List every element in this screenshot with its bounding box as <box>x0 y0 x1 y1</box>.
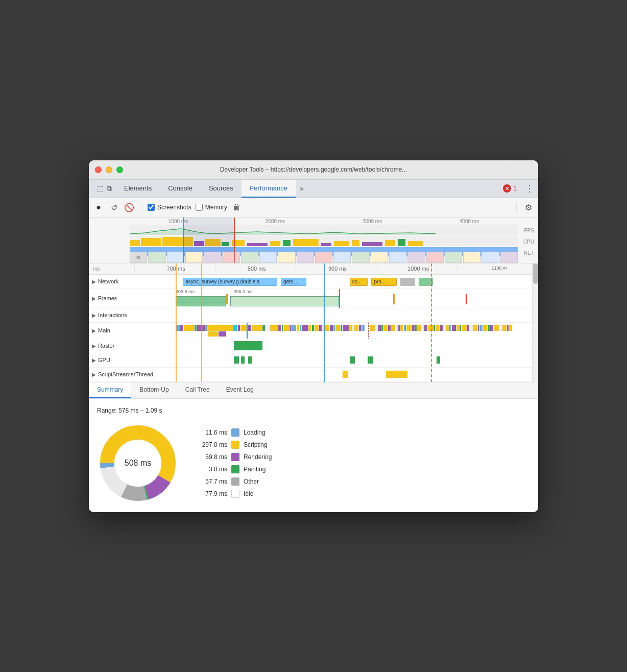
svg-rect-46 <box>312 325 314 331</box>
overview-timeline: 1000 ms 2000 ms 3000 ms 4000 ms <box>89 218 538 263</box>
svg-rect-79 <box>428 325 433 331</box>
svg-rect-91 <box>470 325 473 331</box>
traffic-lights <box>95 166 123 173</box>
tab-event-log[interactable]: Event Log <box>218 382 262 398</box>
cursor-icon[interactable]: ⬚ <box>97 184 104 193</box>
memory-checkbox[interactable] <box>196 204 203 211</box>
network-row-label[interactable]: ▶ Network <box>89 278 176 284</box>
svg-rect-100 <box>502 325 507 331</box>
svg-rect-65 <box>381 325 383 331</box>
tab-summary[interactable]: Summary <box>89 382 131 398</box>
delete-button[interactable]: 🗑 <box>231 202 243 213</box>
svg-rect-85 <box>449 325 451 331</box>
svg-rect-66 <box>383 325 388 331</box>
svg-rect-45 <box>308 325 311 331</box>
clear-button[interactable]: 🚫 <box>124 202 135 213</box>
rendering-value: 59.8 ms <box>199 453 227 461</box>
tab-elements[interactable]: Elements <box>116 180 160 198</box>
inspect-icon[interactable]: ⧉ <box>107 184 112 193</box>
record-button[interactable]: ● <box>93 202 104 213</box>
tab-error-badge[interactable]: ✕ 1 <box>499 180 521 198</box>
svg-rect-55 <box>343 325 349 331</box>
svg-rect-95 <box>483 325 487 331</box>
scripting-label: Scripting <box>244 441 268 448</box>
svg-rect-19 <box>176 325 180 331</box>
tab-call-tree[interactable]: Call Tree <box>177 382 218 398</box>
svg-marker-0 <box>130 230 436 235</box>
screenshots-checkbox-label[interactable]: Screenshots <box>148 204 191 211</box>
net-label: NET <box>524 250 534 256</box>
reload-button[interactable]: ↺ <box>108 202 119 213</box>
svg-rect-57 <box>352 325 354 331</box>
gpu-bar-3 <box>248 356 252 364</box>
tick-900: 900 ms <box>296 266 376 272</box>
svg-rect-21 <box>184 325 194 331</box>
flame-time-axis: ms 700 ms 800 ms 900 ms 1000 ms 1100 m <box>89 263 538 275</box>
svg-rect-47 <box>315 325 319 331</box>
time-label-4000: 4000 ms <box>421 219 518 224</box>
svg-rect-73 <box>406 325 412 331</box>
svg-rect-78 <box>424 325 427 331</box>
script-streamer-text: ScriptStreamerThread <box>98 371 153 377</box>
frames-row-label[interactable]: ▶ Frames <box>89 295 176 301</box>
close-button[interactable] <box>95 166 102 173</box>
svg-rect-27 <box>219 331 226 337</box>
fps-label: FPS <box>524 228 534 233</box>
gpu-bar-1 <box>234 356 239 364</box>
svg-rect-48 <box>319 325 322 331</box>
svg-rect-11 <box>293 239 319 246</box>
svg-rect-83 <box>443 325 445 331</box>
legend-other: 57.7 ms Other <box>199 477 272 486</box>
tab-more[interactable]: » <box>296 180 308 198</box>
raster-row: ▶ Raster <box>89 339 538 353</box>
idle-swatch <box>231 490 239 498</box>
svg-rect-82 <box>440 325 443 331</box>
main-arrow: ▶ <box>92 328 96 333</box>
frame-bar-1 <box>176 296 226 306</box>
interactions-row: ▶ Interactions <box>89 308 538 323</box>
svg-rect-88 <box>460 325 461 331</box>
svg-rect-34 <box>262 325 265 331</box>
tab-console[interactable]: Console <box>160 180 201 198</box>
scroll-bar[interactable] <box>532 263 538 382</box>
svg-rect-51 <box>330 325 333 331</box>
gpu-bar-2 <box>241 356 245 364</box>
interactions-arrow: ▶ <box>92 313 96 318</box>
bottom-panel: Summary Bottom-Up Call Tree Event Log Ra… <box>89 382 538 512</box>
svg-rect-18 <box>408 241 423 246</box>
svg-rect-60 <box>361 325 365 331</box>
main-row-label[interactable]: ▶ Main <box>89 327 176 333</box>
other-label: Other <box>244 478 259 485</box>
minimize-button[interactable] <box>106 166 112 173</box>
svg-rect-37 <box>278 325 281 331</box>
raster-row-label[interactable]: ▶ Raster <box>89 343 176 349</box>
window-title: Developer Tools – https://developers.goo… <box>220 166 407 173</box>
frames-row: ▶ Frames 603.6 ms 206.0 ms <box>89 289 538 308</box>
gpu-row-content <box>176 353 538 367</box>
scroll-thumb[interactable] <box>533 263 538 284</box>
tab-sources[interactable]: Sources <box>201 180 242 198</box>
raster-label: Raster <box>98 343 114 349</box>
script-streamer-label[interactable]: ▶ ScriptStreamerThread <box>89 371 176 377</box>
gpu-bar-6 <box>437 356 440 364</box>
maximize-button[interactable] <box>116 166 123 173</box>
gpu-arrow: ▶ <box>92 357 96 363</box>
interactions-row-label[interactable]: ▶ Interactions <box>89 312 176 318</box>
settings-button[interactable]: ⚙ <box>523 202 534 213</box>
memory-checkbox-label[interactable]: Memory <box>196 204 227 211</box>
tab-menu-button[interactable]: ⋮ <box>521 180 538 198</box>
tab-performance[interactable]: Performance <box>242 180 296 198</box>
frames-arrow: ▶ <box>92 296 96 301</box>
legend-loading: 11.6 ms Loading <box>199 428 272 437</box>
screenshots-checkbox[interactable] <box>148 204 155 211</box>
svg-rect-69 <box>396 325 398 331</box>
range-text: Range: 578 ms – 1.09 s <box>97 407 530 414</box>
svg-rect-44 <box>302 325 308 331</box>
net-bar-pro: pro... <box>371 278 397 286</box>
tab-bottom-up[interactable]: Bottom-Up <box>131 382 177 398</box>
gpu-row-label[interactable]: ▶ GPU <box>89 357 176 363</box>
svg-rect-58 <box>354 325 358 331</box>
svg-rect-22 <box>195 325 197 331</box>
svg-rect-68 <box>391 325 395 331</box>
svg-rect-40 <box>290 325 292 331</box>
